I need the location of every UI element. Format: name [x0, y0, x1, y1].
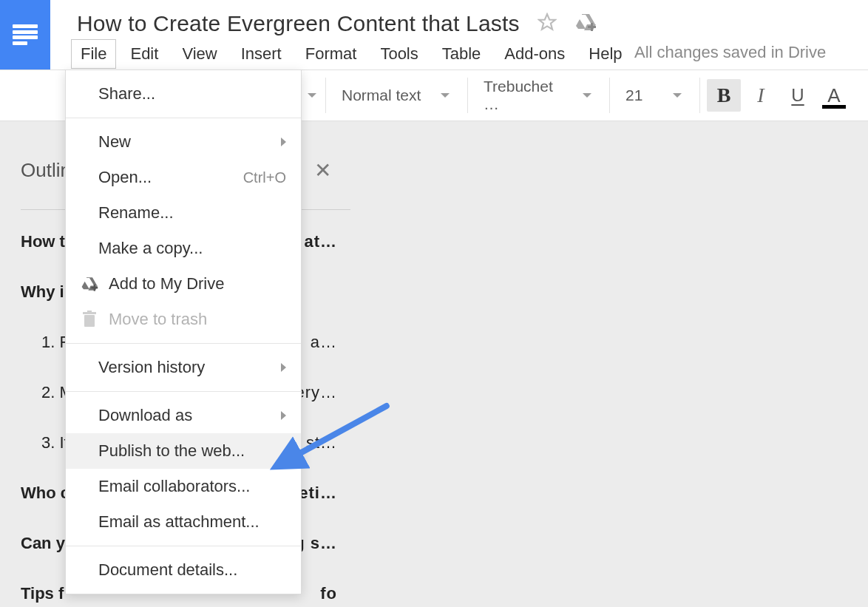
- underline-button[interactable]: U: [781, 79, 815, 112]
- text-color-button[interactable]: A: [818, 79, 850, 112]
- menu-help[interactable]: Help: [579, 39, 631, 69]
- font-family-label: Trebuchet …: [484, 78, 568, 113]
- svg-rect-10: [91, 287, 98, 288]
- menu-item-email-collaborators[interactable]: Email collaborators...: [66, 469, 301, 504]
- menu-item-document-details[interactable]: Document details...: [66, 552, 301, 588]
- chevron-right-icon: [281, 363, 286, 372]
- menu-item-add-to-drive[interactable]: Add to My Drive: [66, 266, 301, 302]
- svg-rect-13: [87, 311, 92, 313]
- drive-add-icon: [81, 276, 98, 292]
- italic-button[interactable]: I: [744, 79, 778, 112]
- paragraph-style-label: Normal text: [342, 87, 421, 104]
- shortcut-label: Ctrl+O: [243, 169, 286, 186]
- chevron-down-icon: [583, 93, 591, 98]
- paragraph-style-dropdown[interactable]: Normal text: [325, 70, 466, 121]
- menu-format[interactable]: Format: [296, 39, 367, 69]
- svg-rect-11: [84, 315, 95, 327]
- menu-addons[interactable]: Add-ons: [495, 39, 574, 69]
- svg-marker-2: [576, 19, 586, 29]
- menubar: File Edit View Insert Format Tools Table…: [71, 38, 632, 69]
- menu-item-version-history[interactable]: Version history: [66, 350, 301, 385]
- menu-item-share[interactable]: Share...: [66, 76, 301, 112]
- document-title[interactable]: How to Create Evergreen Content that Las…: [77, 11, 520, 36]
- menu-insert[interactable]: Insert: [231, 39, 291, 69]
- move-to-drive-icon[interactable]: [574, 12, 597, 35]
- save-status[interactable]: All changes saved in Drive: [634, 43, 826, 62]
- chevron-right-icon: [281, 411, 286, 420]
- close-icon[interactable]: ✕: [308, 155, 337, 186]
- menu-item-rename[interactable]: Rename...: [66, 195, 301, 231]
- star-icon[interactable]: [538, 13, 557, 35]
- chevron-right-icon: [281, 138, 286, 146]
- text-color-icon: A: [827, 84, 840, 107]
- svg-marker-6: [87, 277, 97, 285]
- chevron-down-icon: [441, 93, 450, 98]
- font-size-value: 21: [625, 87, 642, 104]
- trash-icon: [81, 311, 98, 328]
- menu-view[interactable]: View: [172, 39, 226, 69]
- svg-rect-5: [588, 26, 596, 28]
- underline-icon: U: [791, 85, 804, 106]
- outline-title: Outlin: [21, 159, 71, 182]
- svg-marker-0: [539, 14, 555, 30]
- menu-item-download-as[interactable]: Download as: [66, 398, 301, 433]
- bold-button[interactable]: B: [707, 79, 741, 112]
- menu-table[interactable]: Table: [433, 39, 491, 69]
- chevron-down-icon: [673, 93, 682, 98]
- menu-file[interactable]: File: [71, 39, 116, 69]
- file-menu-dropdown: Share... New Open...Ctrl+O Rename... Mak…: [65, 69, 302, 594]
- svg-marker-7: [82, 282, 89, 289]
- text-color-bar: [822, 105, 846, 109]
- bold-icon: B: [717, 84, 731, 107]
- menu-item-move-to-trash: Move to trash: [66, 302, 301, 337]
- menu-item-publish-to-web[interactable]: Publish to the web...: [66, 433, 301, 469]
- docs-logo-icon: [13, 24, 38, 45]
- menu-item-new[interactable]: New: [66, 124, 301, 160]
- menu-item-email-attachment[interactable]: Email as attachment...: [66, 504, 301, 540]
- svg-marker-1: [582, 14, 595, 24]
- menu-tools[interactable]: Tools: [370, 39, 427, 69]
- chevron-down-icon[interactable]: [308, 93, 316, 98]
- menu-edit[interactable]: Edit: [121, 39, 168, 69]
- title-row: How to Create Evergreen Content that Las…: [77, 9, 861, 38]
- font-family-dropdown[interactable]: Trebuchet …: [467, 70, 608, 121]
- menu-item-open[interactable]: Open...Ctrl+O: [66, 160, 301, 195]
- menu-item-make-copy[interactable]: Make a copy...: [66, 231, 301, 266]
- font-size-dropdown[interactable]: 21: [609, 70, 698, 121]
- docs-logo[interactable]: [0, 0, 50, 69]
- italic-icon: I: [757, 84, 764, 107]
